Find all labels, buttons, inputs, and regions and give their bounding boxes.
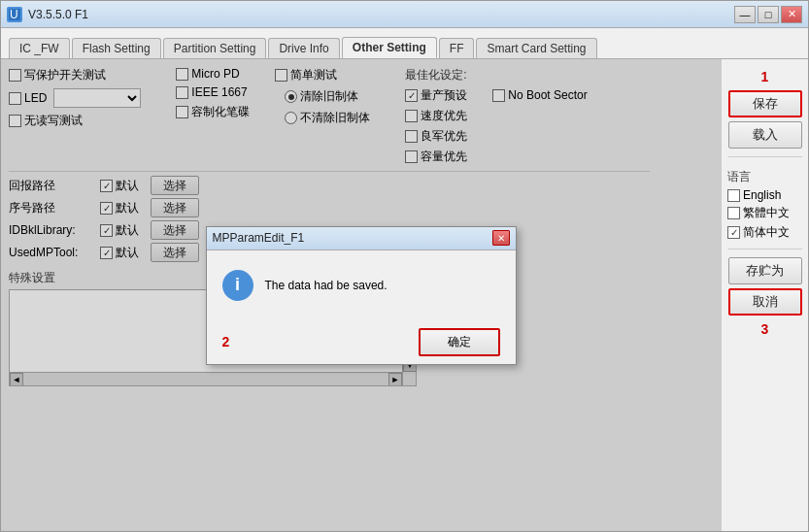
- traditional-chinese-check: [727, 207, 740, 219]
- modal-close-button[interactable]: ✕: [492, 230, 510, 246]
- modal-message: The data had be saved.: [265, 279, 388, 292]
- tab-ff[interactable]: FF: [439, 38, 475, 58]
- modal-body: i The data had be saved.: [207, 250, 516, 320]
- svg-text:U: U: [10, 9, 18, 20]
- modal-title: MPParamEdit_F1: [213, 231, 492, 245]
- main-window: U V3.5.5.0 F1 — □ ✕ IC _FW Flash Setting…: [0, 0, 809, 532]
- app-icon: U: [7, 7, 22, 22]
- lang-section: 语言 English 繁體中文 简体中文: [727, 169, 802, 241]
- divider-right: [728, 156, 802, 157]
- simplified-chinese-checkbox[interactable]: 简体中文: [727, 224, 802, 241]
- tab-ic-fw[interactable]: IC _FW: [9, 38, 70, 58]
- cancel-button[interactable]: 取消: [728, 288, 802, 316]
- minimize-button[interactable]: —: [734, 6, 756, 23]
- badge-3: 3: [761, 321, 769, 337]
- maximize-button[interactable]: □: [758, 6, 779, 23]
- right-panel: 1 保存 载入 语言 English 繁體中文 简体中文: [721, 59, 808, 531]
- main-panel: 写保护开关测试 LED 无读写测试: [1, 59, 721, 531]
- tab-flash-setting[interactable]: Flash Setting: [72, 38, 161, 58]
- save-button[interactable]: 保存: [728, 90, 802, 117]
- title-bar: U V3.5.5.0 F1 — □ ✕: [1, 1, 808, 28]
- english-checkbox[interactable]: English: [727, 188, 802, 202]
- tab-other-setting[interactable]: Other Setting: [342, 37, 437, 58]
- english-check: [727, 189, 740, 202]
- close-button[interactable]: ✕: [781, 6, 802, 23]
- traditional-chinese-label: 繁體中文: [743, 205, 790, 221]
- save-as-button[interactable]: 存贮为: [728, 257, 802, 284]
- tab-smart-card[interactable]: Smart Card Setting: [476, 38, 596, 58]
- english-label: English: [743, 188, 781, 202]
- modal-ok-button[interactable]: 确定: [419, 328, 500, 356]
- modal-title-bar: MPParamEdit_F1 ✕: [207, 227, 516, 250]
- window-title: V3.5.5.0 F1: [28, 8, 734, 21]
- modal-footer: 2 确定: [207, 320, 516, 364]
- window-controls: — □ ✕: [734, 6, 802, 23]
- simplified-chinese-check: [727, 226, 740, 239]
- tab-partition-setting[interactable]: Partition Setting: [163, 38, 267, 58]
- load-button[interactable]: 载入: [728, 121, 802, 149]
- info-icon: i: [222, 270, 253, 301]
- simplified-chinese-label: 简体中文: [743, 224, 790, 241]
- divider-right2: [728, 249, 802, 249]
- lang-title: 语言: [727, 169, 802, 185]
- modal-number-badge: 2: [222, 334, 230, 349]
- modal-dialog: MPParamEdit_F1 ✕ i The data had be saved…: [206, 226, 517, 365]
- tab-drive-info[interactable]: Drive Info: [268, 38, 339, 58]
- badge-1: 1: [761, 69, 769, 84]
- content-area: 写保护开关测试 LED 无读写测试: [1, 59, 808, 531]
- modal-overlay: MPParamEdit_F1 ✕ i The data had be saved…: [1, 59, 721, 531]
- traditional-chinese-checkbox[interactable]: 繁體中文: [727, 205, 802, 221]
- tabs-bar: IC _FW Flash Setting Partition Setting D…: [1, 28, 808, 59]
